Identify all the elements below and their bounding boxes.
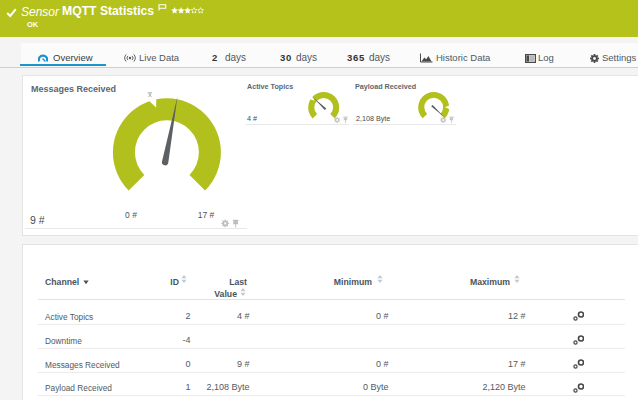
svg-text:x̅: x̅ xyxy=(147,90,153,99)
